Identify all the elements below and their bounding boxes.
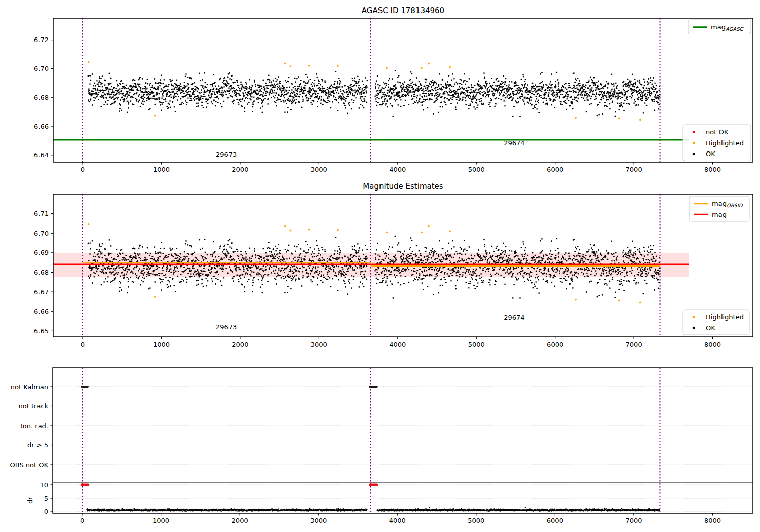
x-tick-label: 5000 — [468, 340, 485, 348]
obsid-label: 29674 — [504, 314, 524, 321]
legend-label: OK — [706, 150, 715, 158]
y-tick-label: 6.68 — [34, 94, 49, 101]
flag-row-label: OBS not OK — [10, 461, 49, 469]
x-tick-label: 1000 — [153, 166, 170, 173]
obsid-label: 29673 — [216, 150, 237, 158]
legend-label: mag — [712, 211, 727, 218]
legend-point-types-2: HighlightedOK — [683, 310, 749, 335]
flag-row-label: dr > 5 — [27, 441, 48, 449]
flag-row-label: not track — [18, 402, 48, 410]
magnitude-estimates-plot: 2967329674010002000300040005000600070008… — [34, 182, 753, 348]
legend-label: Highlighted — [706, 139, 744, 147]
obsid-label: 29674 — [504, 139, 524, 147]
legend-dot-sample — [693, 316, 695, 318]
x-tick-label: 5000 — [468, 517, 484, 524]
y-tick-label: 6.65 — [34, 327, 49, 335]
x-tick-label: 2000 — [232, 517, 248, 524]
y-tick-label: 6.72 — [34, 36, 49, 44]
obsid-label: 29673 — [216, 323, 237, 331]
legend-dot-sample — [693, 153, 695, 155]
x-tick-label: 3000 — [311, 340, 327, 348]
y-tick-label: 6.68 — [34, 269, 49, 276]
legend-dot-sample — [693, 142, 695, 144]
x-tick-label: 6000 — [547, 517, 563, 524]
x-tick-label: 8000 — [704, 517, 721, 524]
x-tick-label: 7000 — [626, 166, 642, 173]
dr-tick-label: 5 — [44, 495, 48, 502]
x-tick-label: 3000 — [310, 517, 327, 524]
x-tick-label: 4000 — [389, 166, 406, 173]
legend-mag-lines: magOBSIDmag — [689, 196, 749, 221]
y-tick-label: 6.67 — [34, 288, 49, 296]
x-tick-label: 2000 — [232, 166, 248, 173]
flag-row-label: Ion. rad. — [21, 422, 48, 430]
x-tick-label: 0 — [81, 340, 85, 348]
y-tick-label: 6.66 — [34, 308, 49, 315]
y-tick-label: 6.69 — [34, 249, 49, 256]
ok-scatter — [88, 70, 661, 117]
legend-label: Highlighted — [706, 313, 744, 321]
legend-dot-sample — [693, 131, 695, 133]
x-tick-label: 3000 — [311, 166, 327, 173]
chart-figure-svg: 2967329674010002000300040005000600070008… — [0, 0, 760, 532]
x-tick-label: 0 — [81, 166, 85, 173]
x-tick-label: 5000 — [468, 166, 485, 173]
x-tick-label: 8000 — [704, 166, 721, 173]
dr-tick-label: 0 — [44, 508, 48, 515]
y-tick-label: 6.64 — [34, 151, 49, 159]
dr-axis-label: dr — [26, 497, 34, 504]
plot-title: Magnitude Estimates — [363, 182, 443, 191]
flag-row-label: not Kalman — [11, 383, 48, 391]
dr-tick-label: 10 — [40, 481, 48, 489]
legend-dot-sample — [693, 327, 695, 329]
y-tick-label: 6.71 — [34, 210, 49, 217]
x-tick-label: 1000 — [153, 517, 169, 524]
legend-point-types: not OKHighlightedOK — [683, 125, 751, 161]
axes-frame — [53, 368, 753, 513]
x-tick-label: 6000 — [547, 166, 563, 173]
legend-mag-agasc: magAGASC — [688, 20, 751, 34]
plot-title: AGASC ID 178134960 — [362, 6, 444, 15]
x-tick-label: 4000 — [389, 340, 406, 348]
x-tick-label: 4000 — [389, 517, 406, 524]
x-tick-label: 1000 — [153, 340, 170, 348]
x-tick-label: 2000 — [232, 340, 248, 348]
x-tick-label: 0 — [80, 517, 84, 524]
x-tick-label: 7000 — [626, 340, 642, 348]
y-tick-label: 6.66 — [34, 123, 49, 130]
agasc-plot: 2967329674010002000300040005000600070008… — [34, 6, 753, 173]
legend-label: OK — [706, 324, 715, 332]
y-tick-label: 6.70 — [34, 65, 49, 72]
y-tick-label: 6.70 — [34, 230, 49, 237]
dr-trace — [86, 507, 660, 512]
figure: 2967329674010002000300040005000600070008… — [0, 0, 760, 532]
x-tick-label: 8000 — [704, 340, 721, 348]
x-tick-label: 7000 — [625, 517, 642, 524]
legend-label: not OK — [706, 128, 729, 136]
x-tick-label: 6000 — [547, 340, 563, 348]
flags-plot: 010002000300040005000600070008000not Kal… — [10, 368, 753, 524]
